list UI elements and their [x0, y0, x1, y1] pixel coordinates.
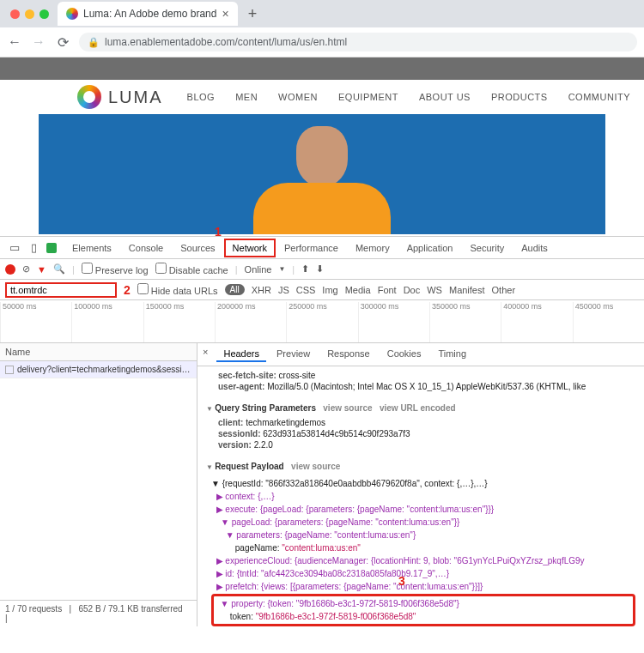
preserve-log-checkbox[interactable]: Preserve log [82, 263, 149, 275]
inspect-element-icon[interactable]: ▭ [5, 241, 24, 254]
tab-sources[interactable]: Sources [172, 239, 223, 257]
annotation-3: 3 [398, 572, 405, 590]
forward-button[interactable]: → [31, 34, 46, 50]
qsp-title[interactable]: Query String Parameters view source view… [206, 399, 635, 417]
record-button[interactable] [5, 264, 15, 275]
close-tab-button[interactable]: × [222, 7, 228, 21]
tree-row: pageName: [211, 543, 282, 553]
upload-har-icon[interactable]: ⬆ [301, 263, 309, 275]
filter-xhr[interactable]: XHR [252, 285, 271, 295]
tick: 200000 ms [215, 302, 286, 342]
tree-row[interactable]: ▼ pageLoad: {parameters: {pageName: "con… [211, 517, 459, 527]
site-logo[interactable]: LUMA [77, 85, 163, 109]
browser-toolbar: ← → ⟳ 🔒 luma.enablementadobe.com/content… [0, 27, 644, 57]
browser-chrome: Luma: An Adobe demo brand × + ← → ⟳ 🔒 lu… [0, 0, 644, 57]
filter-ws[interactable]: WS [427, 285, 442, 295]
request-list-header[interactable]: Name [0, 343, 197, 361]
network-filter-input[interactable] [5, 282, 117, 298]
tree-row[interactable]: ▼ {requestId: "866f332a818640e0aabdbb467… [211, 477, 635, 490]
tab-console[interactable]: Console [120, 239, 172, 257]
request-row[interactable]: delivery?client=techmarketingdemos&sessi… [0, 361, 197, 378]
address-bar[interactable]: 🔒 luma.enablementadobe.com/content/luma/… [79, 33, 637, 51]
minimize-window-button[interactable] [25, 9, 34, 19]
online-select[interactable]: Online [245, 264, 272, 275]
nav-blog[interactable]: BLOG [187, 92, 216, 102]
tree-row[interactable]: ▼ parameters: {pageName: "content:luma:u… [211, 530, 416, 540]
dtab-cookies[interactable]: Cookies [380, 347, 428, 362]
fullscreen-window-button[interactable] [39, 9, 49, 19]
payload-title[interactable]: Request Payload view source [206, 457, 635, 475]
tree-row[interactable]: ▶ context: {,…} [211, 492, 275, 501]
close-detail-button[interactable]: × [201, 347, 213, 362]
pagename-value: "content:luma:us:en" [282, 543, 361, 553]
new-tab-button[interactable]: + [243, 5, 263, 23]
ver-key: version: [218, 440, 252, 450]
url-text: luma.enablementadobe.com/content/luma/us… [105, 36, 347, 48]
qsp-view-url[interactable]: view URL encoded [380, 403, 456, 413]
disable-cache-checkbox[interactable]: Disable cache [155, 263, 228, 275]
device-toggle-icon[interactable]: ▯ [24, 241, 43, 254]
clear-button[interactable]: ⊘ [22, 263, 30, 275]
tab-audits[interactable]: Audits [513, 239, 556, 257]
dtab-headers[interactable]: Headers [216, 347, 266, 362]
back-button[interactable]: ← [7, 34, 22, 50]
tree-row[interactable]: ▶ experienceCloud: {audienceManager: {lo… [211, 556, 585, 565]
favicon-icon [66, 8, 78, 20]
download-har-icon[interactable]: ⬇ [316, 263, 324, 275]
tab-security[interactable]: Security [461, 239, 513, 257]
logo-icon [77, 85, 101, 109]
vue-devtools-icon[interactable] [46, 243, 57, 253]
nav-women[interactable]: WOMEN [278, 92, 318, 102]
tab-memory[interactable]: Memory [347, 239, 398, 257]
devtools-panel: ▭ ▯ Elements Console Sources 1 Network P… [0, 236, 644, 626]
tick: 400000 ms [501, 302, 572, 342]
ua-val: Mozilla/5.0 (Macintosh; Intel Mac OS X 1… [264, 382, 586, 391]
qsp-section: Query String Parameters view source view… [197, 396, 644, 454]
tab-performance[interactable]: Performance [276, 239, 347, 257]
tree-row[interactable]: ▶ prefetch: {views: [{parameters: {pageN… [211, 582, 483, 591]
hide-data-urls-checkbox[interactable]: Hide data URLs [137, 283, 218, 296]
tab-elements[interactable]: Elements [64, 239, 120, 257]
search-icon[interactable]: 🔍 [53, 263, 65, 275]
filter-js[interactable]: JS [278, 285, 289, 295]
filter-media[interactable]: Media [345, 285, 371, 295]
filter-img[interactable]: Img [322, 285, 337, 295]
close-window-button[interactable] [10, 9, 20, 19]
dtab-preview[interactable]: Preview [270, 347, 317, 362]
property-highlight: ▼ property: {token: "9fb1686b-e3c1-972f-… [211, 594, 635, 626]
tab-application[interactable]: Application [398, 239, 462, 257]
filter-toggle-icon[interactable]: ▼ [37, 264, 46, 275]
nav-community[interactable]: COMMUNITY [568, 92, 630, 102]
tree-row-property[interactable]: ▼ property: {token: "9fb1686b-e3c1-972f-… [216, 599, 459, 608]
nav-men[interactable]: MEN [235, 92, 258, 102]
nav-products[interactable]: PRODUCTS [491, 92, 548, 102]
filter-font[interactable]: Font [378, 285, 397, 295]
filter-manifest[interactable]: Manifest [449, 285, 485, 295]
dropdown-icon[interactable]: ▼ [278, 265, 285, 273]
tree-row[interactable]: ▶ id: {tntId: "afc4423ce3094ba08c2318a08… [211, 569, 449, 578]
tick: 350000 ms [429, 302, 501, 342]
sfs-key: sec-fetch-site: [218, 371, 276, 380]
annotation-2: 2 [124, 283, 131, 297]
tab-network[interactable]: Network [224, 239, 276, 257]
nav-equipment[interactable]: EQUIPMENT [338, 92, 398, 102]
network-timeline[interactable]: 50000 ms 100000 ms 150000 ms 200000 ms 2… [0, 300, 644, 343]
tick: 100000 ms [71, 302, 143, 342]
filter-other[interactable]: Other [492, 285, 516, 295]
qsp-view-source[interactable]: view source [323, 403, 372, 413]
browser-tab[interactable]: Luma: An Adobe demo brand × [58, 2, 238, 26]
filter-css[interactable]: CSS [296, 285, 316, 295]
tree-row[interactable]: ▶ execute: {pageLoad: {parameters: {page… [211, 505, 494, 514]
window-controls [7, 9, 52, 19]
network-filter-row: 2 Hide data URLs All XHR JS CSS Img Medi… [0, 280, 644, 300]
filter-doc[interactable]: Doc [404, 285, 421, 295]
reload-button[interactable]: ⟳ [55, 34, 70, 51]
logo-text: LUMA [108, 88, 163, 107]
payload-tree[interactable]: ▼ {requestId: "866f332a818640e0aabdbb467… [206, 475, 635, 626]
dtab-response[interactable]: Response [320, 347, 377, 362]
payload-view-source[interactable]: view source [291, 462, 340, 471]
token-value: "9fb1686b-e3c1-972f-5819-f006f368e5d8" [256, 612, 416, 621]
filter-type-all[interactable]: All [225, 284, 245, 295]
dtab-timing[interactable]: Timing [431, 347, 473, 362]
nav-about[interactable]: ABOUT US [419, 92, 471, 102]
